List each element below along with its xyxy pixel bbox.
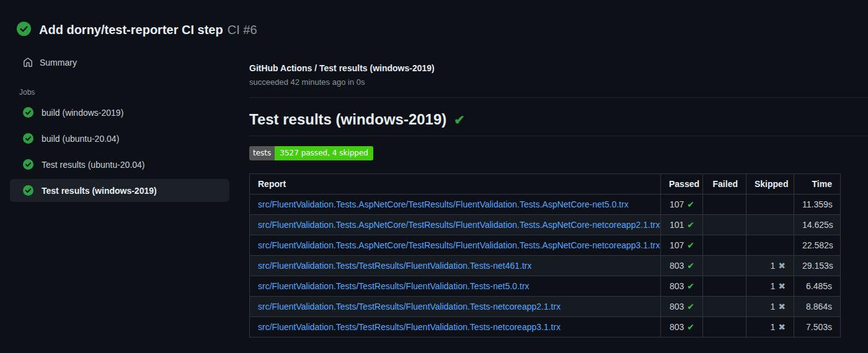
check-circle-icon bbox=[23, 107, 33, 118]
job-label: build (ubuntu-20.04) bbox=[42, 134, 119, 144]
failed-cell bbox=[703, 256, 746, 276]
sidebar-job-item[interactable]: build (windows-2019) bbox=[10, 101, 229, 124]
sidebar-job-item[interactable]: Test results (windows-2019) bbox=[10, 179, 229, 202]
check-icon: ✔ bbox=[687, 199, 694, 209]
sidebar-item-summary[interactable]: Summary bbox=[10, 52, 229, 73]
report-cell: src/FluentValidation.Tests/TestResults/F… bbox=[250, 317, 661, 338]
tests-badge: tests 3527 passed, 4 skipped bbox=[249, 146, 373, 160]
table-row: src/FluentValidation.Tests/TestResults/F… bbox=[250, 297, 841, 317]
column-header: Time bbox=[794, 174, 841, 194]
count-value: 1 bbox=[770, 261, 775, 271]
passed-cell: 107✔ bbox=[661, 194, 703, 215]
skipped-cell bbox=[746, 215, 794, 235]
time-cell: 29.153s bbox=[794, 256, 841, 276]
table-row: src/FluentValidation.Tests/TestResults/F… bbox=[250, 256, 841, 276]
time-cell: 22.582s bbox=[794, 235, 841, 256]
report-link[interactable]: src/FluentValidation.Tests/TestResults/F… bbox=[258, 322, 560, 332]
skipped-cell bbox=[746, 194, 794, 215]
skipped-cell: 1✖ bbox=[746, 317, 794, 338]
badge-value: 3527 passed, 4 skipped bbox=[275, 146, 373, 160]
layout: Summary Jobs build (windows-2019)build (… bbox=[0, 47, 868, 338]
table-row: src/FluentValidation.Tests.AspNetCore/Te… bbox=[250, 235, 841, 256]
passed-cell: 803✔ bbox=[661, 317, 703, 338]
report-cell: src/FluentValidation.Tests.AspNetCore/Te… bbox=[250, 194, 661, 215]
report-cell: src/FluentValidation.Tests/TestResults/F… bbox=[250, 297, 661, 317]
jobs-section-label: Jobs bbox=[10, 73, 229, 98]
report-link[interactable]: src/FluentValidation.Tests/TestResults/F… bbox=[258, 261, 531, 271]
run-status-text: succeeded 42 minutes ago in 0s bbox=[249, 77, 868, 87]
count-value: 1 bbox=[770, 322, 775, 332]
column-header: Skipped bbox=[746, 174, 794, 194]
report-link[interactable]: src/FluentValidation.Tests.AspNetCore/Te… bbox=[258, 199, 629, 209]
section-title-row: Test results (windows-2019) ✔ bbox=[249, 111, 868, 136]
time-cell: 7.503s bbox=[794, 317, 841, 338]
check-icon: ✔ bbox=[687, 302, 694, 312]
table-row: src/FluentValidation.Tests.AspNetCore/Te… bbox=[250, 215, 841, 235]
passed-cell: 803✔ bbox=[661, 256, 703, 276]
run-title: Add dorny/test-reporter CI step bbox=[39, 23, 223, 37]
run-number: CI #6 bbox=[228, 23, 257, 37]
check-icon: ✔ bbox=[687, 261, 694, 271]
failed-cell bbox=[703, 317, 746, 338]
time-cell: 8.864s bbox=[794, 297, 841, 317]
count-value: 1 bbox=[770, 281, 775, 291]
passed-cell: 101✔ bbox=[661, 215, 703, 235]
job-label: Test results (ubuntu-20.04) bbox=[42, 160, 145, 170]
skipped-cell: 1✖ bbox=[746, 297, 794, 317]
cross-icon: ✖ bbox=[778, 281, 786, 291]
sidebar-job-item[interactable]: Test results (ubuntu-20.04) bbox=[10, 153, 229, 176]
failed-cell bbox=[703, 276, 746, 297]
count-value: 1 bbox=[770, 302, 775, 312]
failed-cell bbox=[703, 194, 746, 215]
report-cell: src/FluentValidation.Tests/TestResults/F… bbox=[250, 256, 661, 276]
table-row: src/FluentValidation.Tests/TestResults/F… bbox=[250, 317, 841, 338]
passed-cell: 803✔ bbox=[661, 297, 703, 317]
report-link[interactable]: src/FluentValidation.Tests/TestResults/F… bbox=[258, 302, 560, 312]
cross-icon: ✖ bbox=[778, 302, 786, 312]
sidebar-job-item[interactable]: build (ubuntu-20.04) bbox=[10, 127, 229, 150]
table-body: src/FluentValidation.Tests.AspNetCore/Te… bbox=[250, 194, 841, 338]
cross-icon: ✖ bbox=[778, 322, 786, 332]
failed-cell bbox=[703, 297, 746, 317]
check-icon: ✔ bbox=[687, 322, 694, 332]
sidebar: Summary Jobs build (windows-2019)build (… bbox=[0, 47, 242, 202]
skipped-cell bbox=[746, 235, 794, 256]
home-icon bbox=[23, 58, 33, 68]
skipped-cell: 1✖ bbox=[746, 256, 794, 276]
check-icon: ✔ bbox=[687, 281, 694, 291]
column-header: Passed bbox=[661, 174, 703, 194]
jobs-list: build (windows-2019)build (ubuntu-20.04)… bbox=[10, 101, 229, 202]
run-title-line: Add dorny/test-reporter CI stepCI #6 bbox=[39, 19, 257, 38]
passed-cell: 107✔ bbox=[661, 235, 703, 256]
report-cell: src/FluentValidation.Tests.AspNetCore/Te… bbox=[250, 235, 661, 256]
report-link[interactable]: src/FluentValidation.Tests.AspNetCore/Te… bbox=[258, 220, 660, 230]
report-cell: src/FluentValidation.Tests.AspNetCore/Te… bbox=[250, 215, 661, 235]
count-value: 803 bbox=[670, 281, 684, 291]
skipped-cell: 1✖ bbox=[746, 276, 794, 297]
failed-cell bbox=[703, 215, 746, 235]
test-results-table: ReportPassedFailedSkippedTime src/Fluent… bbox=[249, 173, 841, 338]
table-header-row: ReportPassedFailedSkippedTime bbox=[250, 174, 841, 194]
report-cell: src/FluentValidation.Tests/TestResults/F… bbox=[250, 276, 661, 297]
table-row: src/FluentValidation.Tests.AspNetCore/Te… bbox=[250, 194, 841, 215]
report-link[interactable]: src/FluentValidation.Tests.AspNetCore/Te… bbox=[258, 240, 660, 250]
count-value: 803 bbox=[670, 322, 684, 332]
count-value: 107 bbox=[670, 199, 684, 209]
count-value: 101 bbox=[670, 220, 684, 230]
check-icon: ✔ bbox=[687, 240, 694, 250]
run-header: Add dorny/test-reporter CI stepCI #6 bbox=[0, 0, 868, 47]
count-value: 107 bbox=[670, 240, 684, 250]
count-value: 803 bbox=[670, 302, 684, 312]
check-circle-icon bbox=[23, 185, 33, 196]
section-title: Test results (windows-2019) bbox=[249, 111, 446, 128]
cross-icon: ✖ bbox=[778, 261, 786, 271]
report-link[interactable]: src/FluentValidation.Tests/TestResults/F… bbox=[258, 281, 529, 291]
column-header: Report bbox=[250, 174, 661, 194]
check-circle-icon bbox=[23, 159, 33, 170]
time-cell: 14.625s bbox=[794, 215, 841, 235]
header-divider bbox=[249, 97, 868, 98]
table-row: src/FluentValidation.Tests/TestResults/F… bbox=[250, 276, 841, 297]
passed-cell: 803✔ bbox=[661, 276, 703, 297]
badge-label: tests bbox=[249, 146, 275, 160]
time-cell: 11.359s bbox=[794, 194, 841, 215]
